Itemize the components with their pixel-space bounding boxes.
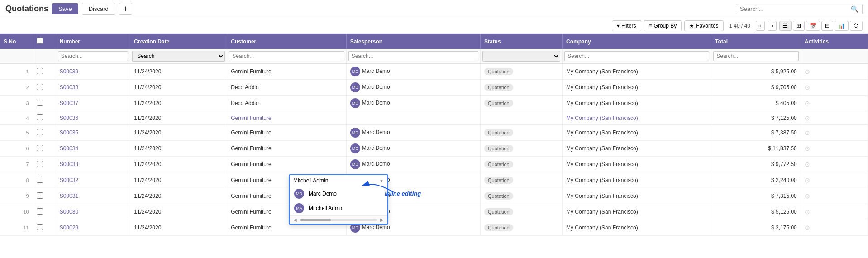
global-search-input[interactable]	[740, 5, 851, 12]
discard-button[interactable]: Discard	[82, 3, 115, 15]
activity-icon[interactable]: ⊙	[805, 68, 810, 75]
date-cell: 11/24/2020	[130, 204, 227, 220]
col-header-status[interactable]: Status	[480, 34, 562, 49]
activities-cell: ⊙	[801, 125, 868, 141]
next-page-button[interactable]: ›	[768, 21, 777, 31]
row-checkbox[interactable]	[37, 177, 43, 183]
status-cell: Quotation	[480, 220, 562, 236]
company-cell: My Company (San Francisco)	[563, 141, 711, 157]
dropdown-option-mitchell[interactable]: MA Mitchell Admin	[290, 201, 387, 215]
select-all-checkbox[interactable]	[37, 38, 43, 44]
total-cell: $ 7,315.00	[711, 188, 801, 204]
company-cell: My Company (San Francisco)	[563, 172, 711, 188]
quotation-number-link[interactable]: S00034	[60, 145, 78, 152]
total-cell: $ 9,772.50	[711, 157, 801, 172]
row-checkbox[interactable]	[37, 114, 43, 120]
activity-icon[interactable]: ⊙	[805, 115, 810, 122]
table-row: 7 S00033 11/24/2020 Gemini Furniture MDM…	[0, 157, 868, 172]
col-header-company[interactable]: Company	[563, 34, 711, 49]
quotation-number-link[interactable]: S00032	[60, 177, 78, 183]
status-cell: Quotation	[480, 125, 562, 141]
activity-icon[interactable]: ⊙	[805, 224, 810, 231]
status-badge: Quotation	[484, 208, 513, 215]
filter-status-select[interactable]	[482, 51, 560, 62]
row-checkbox[interactable]	[37, 68, 43, 74]
list-view-button[interactable]: ☰	[779, 21, 792, 31]
filters-button[interactable]: ▾ Filters	[612, 20, 641, 31]
quotation-number-link[interactable]: S00039	[60, 68, 78, 75]
col-header-number[interactable]: Number	[56, 34, 130, 49]
activity-icon[interactable]: ⊙	[805, 177, 810, 184]
activity-icon[interactable]: ⊙	[805, 192, 810, 200]
quotation-number-link[interactable]: S00031	[60, 193, 78, 199]
row-checkbox-cell	[33, 157, 56, 172]
filter-customer	[227, 49, 346, 64]
col-header-date[interactable]: Creation Date	[130, 34, 227, 49]
download-button[interactable]: ⬇	[119, 3, 132, 15]
activities-cell: ⊙	[801, 111, 868, 125]
activity-view-button[interactable]: ⏱	[850, 21, 863, 31]
activity-icon[interactable]: ⊙	[805, 161, 810, 168]
quotation-number-link[interactable]: S00030	[60, 209, 78, 215]
scroll-left-icon[interactable]: ◀	[291, 217, 299, 222]
row-checkbox-cell	[33, 125, 56, 141]
activity-icon[interactable]: ⊙	[805, 129, 810, 136]
filter-number-input[interactable]	[58, 51, 129, 61]
favorites-button[interactable]: ★ Favorites	[684, 20, 723, 31]
table-row: 10 S00030 11/24/2020 Gemini Furniture MD…	[0, 204, 868, 220]
save-button[interactable]: Save	[52, 3, 78, 14]
filter-salesperson-input[interactable]	[348, 51, 478, 61]
activity-icon[interactable]: ⊙	[805, 145, 810, 152]
prev-page-button[interactable]: ‹	[756, 21, 765, 31]
col-header-activities[interactable]: Activities	[801, 34, 868, 49]
row-checkbox[interactable]	[37, 224, 43, 230]
dropdown-option-marc[interactable]: MD Marc Demo	[290, 186, 387, 201]
star-icon: ★	[689, 23, 694, 29]
graph-view-button[interactable]: 📊	[835, 21, 849, 31]
activity-icon[interactable]: ⊙	[805, 84, 810, 91]
col-header-total[interactable]: Total	[711, 34, 801, 49]
kanban-view-button[interactable]: ⊞	[793, 21, 805, 31]
salesperson-cell-editing[interactable]	[346, 111, 480, 125]
row-checkbox[interactable]	[37, 208, 43, 215]
quotation-number-link[interactable]: S00035	[60, 129, 78, 136]
salesperson-cell: MDMarc Demo	[346, 80, 480, 96]
dropdown-search-input[interactable]	[293, 177, 379, 184]
company-cell: My Company (San Francisco)	[563, 125, 711, 141]
filter-status	[480, 49, 562, 64]
date-cell: 11/24/2020	[130, 125, 227, 141]
row-number: 6	[0, 141, 33, 157]
filter-total-input[interactable]	[713, 51, 799, 61]
pagination-info: 1-40 / 40	[729, 23, 750, 29]
filter-date-select[interactable]: Search	[132, 51, 225, 62]
activity-icon[interactable]: ⊙	[805, 100, 810, 107]
quotation-number-link[interactable]: S00038	[60, 84, 78, 91]
number-cell: S00031	[56, 188, 130, 204]
calendar-view-button[interactable]: 📅	[806, 21, 820, 31]
quotation-number-link[interactable]: S00029	[60, 225, 78, 231]
grid-view-button[interactable]: ⊟	[821, 21, 833, 31]
groupby-button[interactable]: ≡ Group By	[644, 20, 682, 31]
filter-customer-input[interactable]	[229, 51, 344, 61]
row-checkbox[interactable]	[37, 192, 43, 199]
row-checkbox[interactable]	[37, 100, 43, 106]
company-cell: My Company (San Francisco)	[563, 96, 711, 111]
scroll-right-icon[interactable]: ▶	[378, 217, 386, 222]
filter-company-input[interactable]	[564, 51, 709, 61]
col-header-sno: S.No	[0, 34, 33, 49]
col-header-salesperson[interactable]: Salesperson	[346, 34, 480, 49]
row-checkbox[interactable]	[37, 129, 43, 135]
row-checkbox[interactable]	[37, 161, 43, 167]
quotation-number-link[interactable]: S00036	[60, 115, 78, 121]
row-checkbox[interactable]	[37, 145, 43, 151]
quotation-number-link[interactable]: S00037	[60, 100, 78, 106]
date-cell: 11/24/2020	[130, 172, 227, 188]
col-header-check	[33, 34, 56, 49]
quotation-number-link[interactable]: S00033	[60, 161, 78, 167]
row-checkbox-cell	[33, 80, 56, 96]
activity-icon[interactable]: ⊙	[805, 208, 810, 215]
top-right-section: 🔍	[736, 4, 863, 14]
dropdown-arrow-icon[interactable]: ▼	[379, 178, 384, 183]
col-header-customer[interactable]: Customer	[227, 34, 346, 49]
row-checkbox[interactable]	[37, 84, 43, 90]
